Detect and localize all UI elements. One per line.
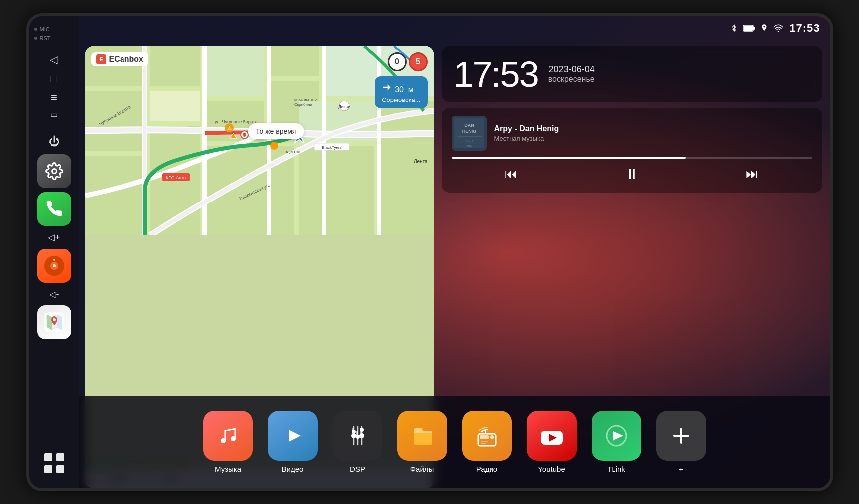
power-button[interactable]: ⏻ bbox=[47, 133, 62, 150]
app-item-files[interactable]: Файлы bbox=[395, 411, 450, 473]
radio-app-label: Радио bbox=[476, 465, 497, 473]
music-album-art: DAN HENIG ♪ ♫ ♪ Arpy bbox=[452, 116, 487, 151]
settings-app-icon[interactable] bbox=[37, 154, 71, 188]
app-item-video[interactable]: Видео bbox=[265, 411, 320, 473]
video-icon bbox=[268, 411, 318, 461]
app-item-radio[interactable]: Радио bbox=[460, 411, 514, 473]
mic-dot bbox=[34, 28, 37, 31]
app-item-add[interactable]: + bbox=[654, 411, 709, 473]
files-app-svg-icon bbox=[409, 423, 435, 449]
all-apps-button[interactable] bbox=[39, 448, 69, 478]
music-progress-bar[interactable] bbox=[452, 157, 812, 159]
map-logo: E ECanbox bbox=[91, 52, 148, 66]
rst-label: RST bbox=[40, 35, 51, 41]
clock-date: 2023-06-04 воскресенье bbox=[548, 64, 595, 84]
svg-marker-68 bbox=[289, 430, 301, 442]
svg-rect-15 bbox=[56, 465, 64, 473]
map-display[interactable]: Чугунные Ворота ул. Чугунные Ворота Ташк… bbox=[85, 46, 434, 235]
menu-button[interactable]: ≡ bbox=[49, 89, 59, 106]
screen-button[interactable]: ▭ bbox=[48, 108, 60, 121]
app-item-dsp[interactable]: DSP bbox=[330, 411, 385, 473]
radio-icon bbox=[462, 411, 512, 461]
youtube-icon bbox=[527, 411, 577, 461]
tlink-app-svg-icon bbox=[604, 423, 629, 449]
svg-rect-82 bbox=[480, 435, 489, 439]
svg-point-83 bbox=[490, 435, 494, 439]
back-button[interactable]: ◁ bbox=[48, 51, 60, 68]
bluetooth-icon bbox=[730, 24, 738, 33]
music-top: DAN HENIG ♪ ♫ ♪ Arpy Arpy - Dan Henig Ме… bbox=[452, 116, 812, 151]
music-controls: ⏮ ⏸ ⏭ bbox=[452, 164, 812, 185]
svg-rect-25 bbox=[205, 46, 264, 96]
nav-buttons: ◁ □ ≡ ▭ bbox=[48, 47, 60, 125]
svg-rect-32 bbox=[299, 146, 374, 235]
dsp-app-label: DSP bbox=[350, 465, 365, 473]
svg-rect-2 bbox=[753, 27, 755, 30]
direction-street: Сормовска... bbox=[382, 96, 420, 103]
music-progress-fill bbox=[452, 157, 686, 159]
next-button[interactable]: ⏭ bbox=[740, 164, 765, 184]
svg-rect-12 bbox=[44, 453, 52, 461]
home-button[interactable]: □ bbox=[49, 70, 59, 87]
map-tooltip: То же время bbox=[248, 123, 304, 139]
svg-text:Скрябина: Скрябина bbox=[294, 102, 312, 107]
app-item-tlink[interactable]: TLink bbox=[589, 411, 644, 473]
dsp-app-svg-icon bbox=[345, 423, 370, 449]
left-sidebar: MIC RST ◁ □ ≡ ▭ ⏻ bbox=[29, 16, 79, 488]
svg-point-3 bbox=[778, 31, 779, 32]
svg-rect-26 bbox=[269, 46, 319, 76]
youtube-app-svg-icon bbox=[539, 423, 565, 449]
svg-point-8 bbox=[53, 259, 55, 261]
album-art-svg: DAN HENIG ♪ ♫ ♪ Arpy bbox=[452, 116, 487, 151]
canbox-logo-icon: E bbox=[96, 54, 106, 64]
maps-app-icon[interactable] bbox=[37, 305, 71, 339]
svg-text:!: ! bbox=[231, 135, 232, 138]
svg-point-67 bbox=[231, 436, 236, 441]
status-bar: 17:53 bbox=[79, 16, 830, 40]
previous-button[interactable]: ⏮ bbox=[499, 164, 524, 184]
svg-point-52 bbox=[243, 133, 246, 137]
status-time: 17:53 bbox=[789, 22, 820, 35]
video-app-label: Видео bbox=[282, 465, 304, 473]
volume-down-button[interactable]: ◁- bbox=[47, 287, 61, 302]
device-frame: 17:53 MIC RST ◁ □ ≡ ▭ ⏻ bbox=[26, 13, 833, 491]
app-item-music[interactable]: Музыка bbox=[201, 411, 255, 473]
direction-distance: 30 м bbox=[395, 81, 413, 95]
volume-up-button[interactable]: ◁+ bbox=[46, 230, 62, 245]
pause-button[interactable]: ⏸ bbox=[618, 164, 645, 185]
battery-icon bbox=[743, 25, 755, 32]
svg-text:E: E bbox=[99, 57, 103, 62]
clock-day-value: воскресенье bbox=[548, 75, 595, 84]
clock-date-value: 2023-06-04 bbox=[548, 64, 595, 75]
mic-rst-area: MIC RST bbox=[29, 26, 79, 41]
music-album-inner: DAN HENIG ♪ ♫ ♪ Arpy bbox=[452, 116, 487, 151]
svg-point-41 bbox=[270, 142, 278, 150]
files-icon bbox=[397, 411, 447, 461]
svg-text:Arpy: Arpy bbox=[466, 144, 472, 147]
files-app-label: Файлы bbox=[410, 465, 434, 473]
svg-marker-90 bbox=[613, 431, 623, 441]
svg-text:BlackTyres: BlackTyres bbox=[322, 145, 341, 150]
radio-app-svg-icon bbox=[474, 423, 500, 449]
svg-rect-14 bbox=[44, 465, 52, 473]
add-app-svg-icon bbox=[668, 423, 694, 449]
settings-icon bbox=[45, 162, 63, 180]
svg-rect-21 bbox=[85, 91, 145, 151]
svg-text:МВА им. К.И.: МВА им. К.И. bbox=[294, 98, 319, 102]
music-app-icon[interactable] bbox=[37, 249, 71, 283]
rst-indicator: RST bbox=[34, 35, 51, 41]
map-direction-box: 30 м Сормовска... bbox=[375, 76, 427, 108]
svg-text:⚠: ⚠ bbox=[227, 125, 231, 131]
app-item-youtube[interactable]: Youtube bbox=[524, 411, 579, 473]
svg-rect-13 bbox=[56, 453, 64, 461]
music-icon bbox=[203, 411, 253, 461]
speed-limit: 5 bbox=[409, 52, 428, 71]
music-widget: DAN HENIG ♪ ♫ ♪ Arpy Arpy - Dan Henig Ме… bbox=[442, 108, 822, 193]
svg-rect-65 bbox=[215, 423, 241, 449]
svg-text:Лента: Лента bbox=[414, 159, 428, 164]
svg-text:Дикси: Дикси bbox=[338, 104, 350, 109]
music-app-svg-icon bbox=[215, 423, 241, 449]
svg-point-4 bbox=[52, 169, 56, 173]
phone-app-icon[interactable] bbox=[37, 192, 71, 226]
svg-rect-20 bbox=[150, 46, 200, 86]
